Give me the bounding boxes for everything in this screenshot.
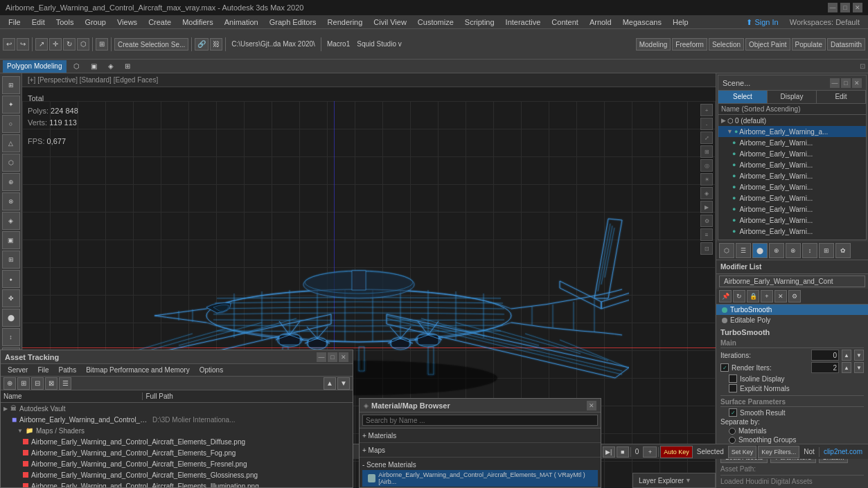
left-btn-12[interactable]: ✤	[2, 289, 20, 307]
left-btn-11[interactable]: ⬥	[2, 270, 20, 288]
menu-create[interactable]: Create	[143, 15, 177, 29]
vp-grid[interactable]: ⊞	[700, 145, 713, 158]
asset-row-fog[interactable]: Airborne_Early_Warning_and_Control_Aircr…	[1, 447, 353, 458]
left-btn-3[interactable]: ○	[2, 115, 20, 133]
minimize-button[interactable]: —	[828, 3, 838, 12]
vp-light[interactable]: ☀	[700, 173, 713, 186]
scene-sub-4[interactable]: ●Airborne_Early_Warni...	[718, 170, 866, 181]
asset-content[interactable]: ▶ 🏛 Autodesk Vault ◼ Airborne_Early_Warn…	[1, 403, 353, 487]
asset-toolbar-scroll-up[interactable]: ▲	[324, 377, 336, 390]
menu-scripting[interactable]: Scripting	[459, 15, 500, 29]
menu-group[interactable]: Group	[79, 15, 112, 29]
scene-tree[interactable]: ▶ ⬡ 0 (default) ▼ ● Airborne_Early_Warni…	[718, 115, 866, 240]
unlink-button[interactable]: ⛓	[210, 38, 222, 51]
left-btn-7[interactable]: ⊗	[2, 192, 20, 210]
materials-expand[interactable]: + Materials	[362, 430, 598, 441]
scene-sub-1[interactable]: ●Airborne_Early_Warni...	[718, 137, 866, 148]
material-item-elements[interactable]: Airborne_Early_Warning_and_Control_Aircr…	[362, 470, 598, 487]
menu-rendering[interactable]: Rendering	[322, 15, 369, 29]
key-filters-btn[interactable]: Key Filters...	[758, 446, 799, 458]
menu-help[interactable]: Help	[667, 15, 694, 29]
render-iters-down[interactable]: ▼	[854, 362, 864, 373]
reference-button[interactable]: ⊞	[96, 38, 108, 51]
menu-views[interactable]: Views	[112, 15, 143, 29]
scene-tab-edit[interactable]: Edit	[817, 91, 866, 103]
scene-sub-7[interactable]: ●Airborne_Early_Warni...	[718, 204, 866, 215]
maximize-button[interactable]: □	[840, 3, 850, 12]
object-paint-tab[interactable]: Object Paint	[745, 38, 790, 51]
menu-customize[interactable]: Customize	[412, 15, 459, 29]
menu-modifiers[interactable]: Modifiers	[177, 15, 219, 29]
iterations-down[interactable]: ▼	[854, 350, 864, 361]
mod-pin[interactable]: 📌	[719, 290, 732, 302]
link-button[interactable]: 🔗	[195, 38, 209, 51]
render-iters-checkbox[interactable]	[720, 363, 729, 372]
asset-toolbar-3[interactable]: ⊟	[31, 377, 44, 390]
sub-btn-2[interactable]: ▣	[87, 60, 101, 73]
asset-menu-paths[interactable]: Paths	[55, 366, 81, 374]
asset-row-diffuse[interactable]: Airborne_Early_Warning_and_Control_Aircr…	[1, 436, 353, 447]
modifier-editable-poly[interactable]: Editable Poly	[716, 315, 868, 325]
material-close[interactable]: ✕	[587, 401, 596, 410]
selection-set-label[interactable]: Create Selection Se...	[114, 38, 188, 51]
asset-toolbar-2[interactable]: ⊞	[17, 377, 30, 390]
redo-button[interactable]: ↪	[17, 38, 29, 51]
clip2net-label[interactable]: clip2net.com	[821, 448, 865, 455]
asset-menu-file[interactable]: File	[33, 366, 53, 374]
explicit-checkbox[interactable]	[729, 384, 737, 392]
render-iters-input[interactable]	[811, 362, 839, 373]
scene-explorer-minimize[interactable]: —	[830, 78, 840, 88]
vp-material[interactable]: ◈	[700, 187, 713, 199]
mod-configure[interactable]: ⚙	[788, 290, 801, 302]
maps-expand[interactable]: + Maps	[362, 444, 598, 455]
scene-sub-6[interactable]: ●Airborne_Early_Warni...	[718, 192, 866, 204]
scene-sub-3[interactable]: ●Airborne_Early_Warni...	[718, 159, 866, 170]
scene-sub-9[interactable]: ●Airborne_Early_Warni...	[718, 226, 866, 237]
asset-row-glossiness[interactable]: Airborne_Early_Warning_and_Control_Aircr…	[1, 469, 353, 480]
iterations-input[interactable]	[811, 350, 839, 361]
scene-mats-expand[interactable]: - Scene Materials	[362, 459, 598, 470]
extra-btn[interactable]: ⊡	[860, 62, 865, 70]
material-search-input[interactable]	[362, 415, 598, 426]
left-btn-1[interactable]: ⊞	[2, 76, 20, 94]
asset-menu-server[interactable]: Server	[3, 366, 32, 374]
rpanel-btn-8[interactable]: ✿	[835, 243, 851, 258]
scene-explorer-maximize[interactable]: □	[841, 78, 851, 88]
vp-zoom-in[interactable]: +	[700, 104, 713, 116]
vp-expand[interactable]: ⤢	[700, 132, 713, 144]
sub-btn-4[interactable]: ⊞	[121, 60, 134, 73]
isoline-checkbox[interactable]	[729, 374, 737, 383]
left-btn-9[interactable]: ▣	[2, 231, 20, 249]
scene-tab-select[interactable]: Select	[718, 91, 768, 103]
menu-edit[interactable]: Edit	[26, 15, 51, 29]
asset-row-main-file[interactable]: ◼ Airborne_Early_Warning_and_Control_Air…	[1, 414, 353, 425]
asset-toolbar-1[interactable]: ⊕	[3, 377, 16, 390]
mod-add[interactable]: +	[761, 290, 773, 302]
scene-item-default[interactable]: ▶ ⬡ 0 (default)	[718, 115, 866, 126]
smooth-result-checkbox[interactable]	[729, 408, 737, 417]
scene-item-airborne-main[interactable]: ▼ ● Airborne_Early_Warning_a...	[718, 126, 866, 137]
left-btn-14[interactable]: ↕	[2, 328, 20, 346]
asset-row-illumination[interactable]: Airborne_Early_Warning_and_Control_Aircr…	[1, 480, 353, 487]
left-btn-5[interactable]: ⬡	[2, 154, 20, 172]
menu-interactive[interactable]: Interactive	[500, 15, 547, 29]
populate-tab[interactable]: Populate	[792, 38, 826, 51]
vp-stats[interactable]: ≡	[700, 228, 713, 241]
datasmith-tab[interactable]: Datasmith	[827, 38, 865, 51]
scene-tab-display[interactable]: Display	[768, 91, 817, 103]
left-btn-10[interactable]: ⊞	[2, 251, 20, 269]
rpanel-btn-2[interactable]: ☰	[736, 243, 751, 258]
scale-button[interactable]: ⬡	[77, 38, 89, 51]
left-btn-2[interactable]: ✦	[2, 96, 20, 114]
menu-tools[interactable]: Tools	[51, 15, 80, 29]
transport-stop[interactable]: ■	[617, 446, 629, 458]
rpanel-btn-7[interactable]: ⊞	[819, 243, 834, 258]
rotate-button[interactable]: ↻	[63, 38, 76, 51]
mod-delete[interactable]: ✕	[774, 290, 787, 302]
asset-minimize[interactable]: —	[317, 352, 326, 362]
radio-materials[interactable]	[729, 428, 736, 435]
scene-sub-10[interactable]: ●Airborne_Early_Warni...	[718, 237, 866, 240]
vp-render[interactable]: ▶	[700, 201, 713, 213]
rpanel-btn-1[interactable]: ⬡	[719, 243, 734, 258]
vp-settings[interactable]: ⚙	[700, 215, 713, 227]
